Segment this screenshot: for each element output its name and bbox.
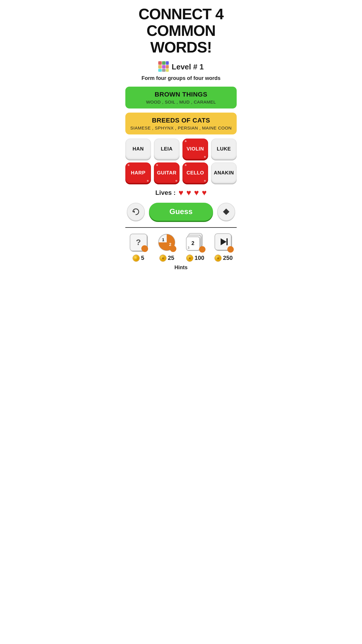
level-icon <box>158 61 169 73</box>
level-subtitle: Form four groups of four words <box>125 75 237 81</box>
tile-guitar[interactable]: GUITAR <box>154 162 180 183</box>
hint-2[interactable]: 1 2 ★ 25 <box>154 232 180 262</box>
svg-rect-5 <box>166 65 169 69</box>
svg-rect-3 <box>158 65 162 69</box>
category-green: BROWN THINGS WOOD , SOIL , MUD , CARAMEL <box>125 87 237 108</box>
svg-marker-19 <box>221 238 226 245</box>
svg-rect-20 <box>226 238 228 245</box>
svg-rect-8 <box>166 69 169 72</box>
tile-anakin[interactable]: ANAKIN <box>211 162 237 183</box>
hints-label: Hints <box>125 265 237 271</box>
hints-row: ? 5 <box>125 232 237 262</box>
tile-violin[interactable]: VIOLIN <box>182 139 208 160</box>
svg-rect-1 <box>162 61 166 65</box>
svg-marker-10 <box>223 209 229 215</box>
svg-point-11 <box>133 256 139 261</box>
heart-2: ♥ <box>186 188 191 197</box>
word-grid: HAN LEIA VIOLIN LUKE HARP GUITAR CELLO A… <box>125 139 237 183</box>
hint-1[interactable]: ? 5 <box>125 232 152 262</box>
tile-luke[interactable]: LUKE <box>211 139 237 160</box>
category-yellow-title: BREEDS OF CATS <box>130 117 232 124</box>
lives-row: Lives : ♥ ♥ ♥ ♥ <box>125 188 237 197</box>
hints-section: ? 5 <box>125 227 237 271</box>
game-title: CONNECT 4 COMMON WORDS! <box>125 6 237 56</box>
level-label: Level # 1 <box>172 62 204 71</box>
eraser-button[interactable] <box>217 203 235 221</box>
tile-cello[interactable]: CELLO <box>182 162 208 183</box>
svg-rect-7 <box>162 69 166 72</box>
hint-1-cost: 5 <box>141 255 144 261</box>
svg-text:★: ★ <box>188 256 191 260</box>
heart-1: ♥ <box>179 188 184 197</box>
svg-rect-6 <box>158 69 162 72</box>
tile-harp[interactable]: HARP <box>125 162 151 183</box>
guess-button[interactable]: Guess <box>149 203 213 221</box>
category-green-words: WOOD , SOIL , MUD , CARAMEL <box>130 99 232 104</box>
hint-4[interactable]: ★ 250 <box>211 232 237 262</box>
heart-3: ♥ <box>194 188 199 197</box>
svg-text:★: ★ <box>217 256 220 260</box>
svg-rect-4 <box>162 65 166 69</box>
tile-han[interactable]: HAN <box>125 139 151 160</box>
hint-4-cost: 250 <box>223 255 233 261</box>
hint-3-cost: 100 <box>195 255 204 261</box>
category-yellow: BREEDS OF CATS SIAMESE , SPHYNX , PERSIA… <box>125 113 237 134</box>
category-yellow-words: SIAMESE , SPHYNX , PERSIAN , MAINE COON <box>130 125 232 130</box>
refresh-button[interactable] <box>127 203 145 221</box>
svg-rect-2 <box>166 61 169 65</box>
controls-row: Guess <box>125 203 237 221</box>
svg-text:1: 1 <box>162 237 164 242</box>
hint-2-cost: 25 <box>168 255 174 261</box>
hint-3[interactable]: 4 1 3 2 <box>182 232 208 262</box>
tile-leia[interactable]: LEIA <box>154 139 180 160</box>
lives-label: Lives : <box>155 189 176 197</box>
svg-rect-0 <box>158 61 162 65</box>
category-green-title: BROWN THINGS <box>130 91 232 98</box>
svg-text:★: ★ <box>161 256 165 260</box>
heart-4: ♥ <box>202 188 207 197</box>
